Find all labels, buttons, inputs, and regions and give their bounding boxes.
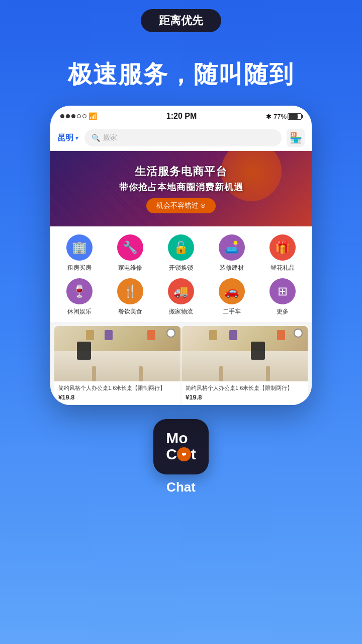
category-item-flowers[interactable]: 🎁 鲜花礼品 [258,234,307,272]
category-label-decor: 装修建材 [220,264,244,272]
battery-bar [288,113,302,120]
category-label-appliance: 家电维修 [118,264,142,272]
search-placeholder: 搬家 [103,133,117,142]
product-img-2 [182,326,308,381]
status-left: 📶 [60,112,97,120]
category-label-moving: 搬家物流 [169,307,193,316]
chat-bubble-icon [177,447,191,461]
category-item-decor[interactable]: 🛋️ 装修建材 [207,234,256,272]
category-item-appliance[interactable]: 🔧 家电维修 [106,234,155,272]
city-caret-icon: ▼ [74,135,79,141]
city-name: 昆明 [57,133,73,143]
clock-1 [166,329,175,338]
search-input-area[interactable]: 🔍 搬家 [84,129,282,146]
product-info-2: 简约风格个人办公桌1.6米长桌【限制两行】 ¥19.8 [182,381,308,405]
desk-surface-2 [182,351,308,382]
product-price-2: ¥19.8 [186,393,304,401]
category-label-rent: 租房买房 [67,264,92,272]
product-img-1 [54,326,180,381]
wifi-icon: 📶 [88,112,97,120]
category-item-food[interactable]: 🍴 餐饮美食 [106,278,155,316]
battery-indicator: 77% [274,113,302,120]
battery-percent: 77% [274,113,287,120]
desk-leg-1r [139,366,143,381]
clock-2 [294,329,303,338]
products-grid: 简约风格个人办公桌1.6米长桌【限制两行】 ¥19.8 [50,322,312,405]
category-icon-appliance: 🔧 [117,234,143,261]
bluetooth-icon: ✱ [266,113,272,120]
category-label-more: 更多 [277,307,289,316]
lamp-1 [77,342,91,360]
category-item-usedcar[interactable]: 🚗 二手车 [207,278,256,316]
app-icon-area: Mo C t Chat [0,419,362,495]
category-icon-usedcar: 🚗 [219,278,245,304]
city-selector[interactable]: 昆明 ▼ [57,133,79,143]
search-icon: 🔍 [92,134,100,142]
battery-fill [289,114,298,119]
category-label-leisure: 休闲娱乐 [67,307,92,316]
wall-art-2c [277,330,285,340]
dot3 [71,114,75,118]
product-img-inner-1 [54,326,180,381]
category-icon-flowers: 🎁 [269,234,296,261]
dot4 [77,114,81,118]
chat-c-letter: C [166,446,177,463]
wall-art-2b [229,330,237,340]
desk-leg-2l [219,366,223,381]
status-right: ✱ 77% [266,113,302,120]
app-name-label: Chat [166,479,196,495]
desk-leg-2r [266,366,270,381]
category-icon-moving: 🚚 [168,278,194,304]
category-item-moving[interactable]: 🚚 搬家物流 [157,278,206,316]
category-item-leisure[interactable]: 🍷 休闲娱乐 [55,278,104,316]
hero-text: 极速服务，随叫随到 [0,58,362,91]
category-icon-more: ⊞ [269,278,296,304]
wall-art-1a [86,330,94,340]
category-label-usedcar: 二手车 [223,307,241,316]
top-bar-title: 距离优先 [141,9,221,32]
status-time: 1:20 PM [166,112,197,121]
product-name-1: 简约风格个人办公桌1.6米长桌【限制两行】 [58,384,176,392]
category-icon-locksmith: 🔓 [168,234,194,261]
app-icon-mo-text: Mo [166,431,188,446]
banner-text1: 生活服务电商平台 [135,164,227,179]
banner-cta-button[interactable]: 机会不容错过 ⊙ [146,198,216,213]
product-price-1: ¥19.8 [58,393,176,401]
status-bar: 📶 1:20 PM ✱ 77% [50,106,312,125]
category-item-locksmith[interactable]: 🔓 开锁换锁 [157,234,206,272]
app-icon[interactable]: Mo C t [153,419,209,474]
product-name-2: 简约风格个人办公桌1.6米长桌【限制两行】 [186,384,304,392]
phone-mockup: 📶 1:20 PM ✱ 77% 昆明 ▼ 🔍 搬家 🏪 生活服务电商平台 [50,106,312,405]
search-bar: 昆明 ▼ 🔍 搬家 🏪 [50,125,312,151]
product-card-1[interactable]: 简约风格个人办公桌1.6米长桌【限制两行】 ¥19.8 [54,326,180,405]
banner-text2: 带你抢占本地商圈消费新机遇 [119,181,243,193]
category-icon-rent: 🏢 [66,234,93,261]
desk-leg-1l [92,366,96,381]
category-icon-leisure: 🍷 [66,278,93,304]
lamp-2 [251,342,265,360]
category-item-more[interactable]: ⊞ 更多 [258,278,307,316]
category-label-locksmith: 开锁换锁 [169,264,193,272]
category-grid-row1: 🏢 租房买房 🔧 家电维修 🔓 开锁换锁 🛋️ 装修建材 🎁 鲜花礼品 [50,226,312,276]
store-icon[interactable]: 🏪 [287,129,305,147]
dot1 [60,114,64,118]
wall-art-2a [209,330,217,340]
dot2 [66,114,70,118]
product-img-inner-2 [182,326,308,381]
category-label-flowers: 鲜花礼品 [270,264,295,272]
category-item-rent[interactable]: 🏢 租房买房 [55,234,104,272]
app-icon-chat-row: C t [166,446,196,463]
wall-art-1c [147,330,155,340]
desk-surface-1 [54,351,180,382]
wall-art-1b [105,330,113,340]
category-icon-food: 🍴 [117,278,143,304]
app-icon-inner: Mo C t [166,431,196,463]
signal-dots [60,114,86,118]
product-card-2[interactable]: 简约风格个人办公桌1.6米长桌【限制两行】 ¥19.8 [182,326,308,405]
chat-t-letter: t [191,446,196,463]
banner: 生活服务电商平台 带你抢占本地商圈消费新机遇 机会不容错过 ⊙ [50,151,312,226]
category-label-food: 餐饮美食 [118,307,142,316]
dot5 [82,114,86,118]
category-icon-decor: 🛋️ [219,234,245,261]
category-grid-row2: 🍷 休闲娱乐 🍴 餐饮美食 🚚 搬家物流 🚗 二手车 ⊞ 更多 [50,276,312,322]
